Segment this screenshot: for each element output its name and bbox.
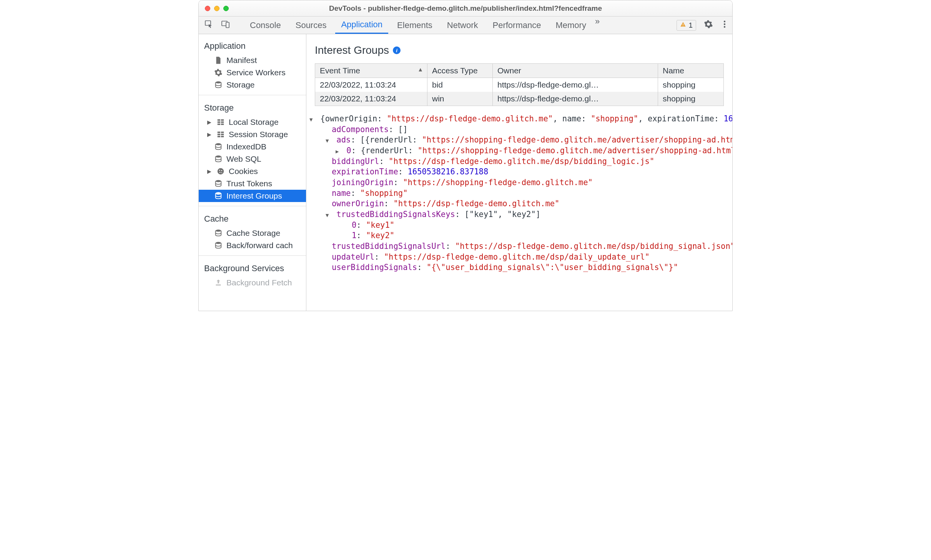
table-row[interactable]: 22/03/2022, 11:03:24 bid https://dsp-fle… (315, 78, 723, 92)
close-window-button[interactable] (205, 6, 210, 11)
svg-rect-14 (221, 124, 224, 125)
svg-rect-2 (226, 22, 229, 28)
maximize-window-button[interactable] (223, 6, 229, 11)
object-inspector[interactable]: ▼ {ownerOrigin: "https://dsp-fledge-demo… (306, 106, 732, 277)
grid-icon (216, 130, 225, 139)
database-icon (214, 192, 223, 200)
property-tbsk-0[interactable]: 0: "key1" (310, 220, 728, 231)
sidebar-section-cache: Cache (199, 210, 306, 227)
sidebar-item-label: Cache Storage (226, 229, 280, 238)
col-event-time[interactable]: Event Time ▲ (315, 64, 427, 78)
sidebar-item-label: Cookies (229, 167, 258, 176)
property-updateurl[interactable]: updateUrl: "https://dsp-fledge-demo.glit… (310, 252, 728, 263)
cell-access-type: bid (427, 78, 493, 92)
tab-sources[interactable]: Sources (290, 17, 332, 34)
sidebar-item-back-forward-cache[interactable]: Back/forward cach (199, 239, 306, 252)
sidebar-item-websql[interactable]: Web SQL (199, 153, 306, 165)
cell-access-type: win (427, 92, 493, 106)
tab-elements[interactable]: Elements (391, 17, 438, 34)
col-owner[interactable]: Owner (493, 64, 658, 78)
sidebar-item-session-storage[interactable]: ▶ Session Storage (199, 128, 306, 141)
inspect-element-icon[interactable] (204, 20, 213, 31)
svg-point-24 (219, 170, 220, 171)
collapse-icon[interactable]: ▼ (326, 212, 332, 219)
property-name[interactable]: name: "shopping" (310, 188, 728, 199)
sidebar-item-service-workers[interactable]: Service Workers (199, 66, 306, 79)
sidebar-item-label: Storage (226, 80, 255, 89)
main-panel: Interest Groups i Event Time ▲ Access Ty… (306, 34, 732, 311)
cell-name: shopping (658, 78, 723, 92)
panel-tabs: Console Sources Application Elements Net… (244, 17, 677, 34)
sidebar-item-label: Interest Groups (226, 191, 282, 200)
svg-rect-18 (221, 134, 224, 135)
cell-event-time: 22/03/2022, 11:03:24 (315, 92, 427, 106)
window-controls (205, 6, 229, 11)
sidebar-item-indexeddb[interactable]: IndexedDB (199, 141, 306, 153)
sidebar-item-interest-groups[interactable]: Interest Groups (199, 190, 306, 202)
sidebar-item-local-storage[interactable]: ▶ Local Storage (199, 116, 306, 128)
svg-rect-17 (218, 134, 220, 135)
tab-memory[interactable]: Memory (550, 17, 592, 34)
warning-count: 1 (688, 21, 693, 30)
property-trustedbiddingsignalsurl[interactable]: trustedBiddingSignalsUrl: "https://dsp-f… (310, 241, 728, 252)
more-tabs-button[interactable]: » (595, 17, 600, 34)
sidebar-item-storage[interactable]: Storage (199, 79, 306, 91)
svg-point-26 (219, 172, 221, 173)
window-title: DevTools - publisher-fledge-demo.glitch.… (199, 4, 732, 13)
cell-event-time: 22/03/2022, 11:03:24 (315, 78, 427, 92)
sidebar-item-label: Trust Tokens (226, 179, 272, 188)
sidebar-item-manifest[interactable]: Manifest (199, 54, 306, 66)
settings-icon[interactable] (704, 20, 713, 31)
svg-point-30 (216, 230, 221, 232)
sidebar-item-label: Local Storage (229, 118, 279, 127)
object-root[interactable]: ▼ {ownerOrigin: "https://dsp-fledge-demo… (310, 114, 728, 124)
help-icon[interactable]: i (393, 46, 401, 54)
warnings-badge[interactable]: 1 (677, 20, 696, 31)
svg-point-25 (221, 170, 222, 171)
expand-icon[interactable]: ▶ (336, 148, 342, 155)
collapse-icon[interactable]: ▼ (326, 137, 332, 144)
grid-icon (216, 118, 225, 126)
warning-icon (680, 21, 686, 30)
collapse-icon[interactable]: ▼ (309, 116, 316, 123)
svg-rect-12 (221, 121, 224, 123)
device-toolbar-icon[interactable] (221, 20, 230, 31)
svg-point-22 (216, 156, 221, 158)
property-expirationtime[interactable]: expirationTime: 1650538216.837188 (310, 167, 728, 177)
devtools-toolbar: Console Sources Application Elements Net… (199, 17, 732, 34)
sidebar-item-trust-tokens[interactable]: Trust Tokens (199, 177, 306, 190)
property-adcomponents[interactable]: adComponents: [] (310, 124, 728, 135)
property-ads[interactable]: ▼ ads: [{renderUrl: "https://shopping-fl… (310, 135, 728, 146)
sidebar-item-label: Back/forward cach (226, 241, 293, 250)
sidebar-item-label: IndexedDB (226, 142, 266, 151)
property-joiningorigin[interactable]: joiningOrigin: "https://shopping-fledge-… (310, 177, 728, 188)
minimize-window-button[interactable] (214, 6, 219, 11)
sidebar-item-label: Web SQL (226, 154, 261, 164)
svg-rect-4 (683, 25, 683, 26)
more-options-icon[interactable] (721, 20, 728, 31)
property-trustedbiddingsignalskeys[interactable]: ▼ trustedBiddingSignalsKeys: ["key1", "k… (310, 209, 728, 220)
svg-rect-11 (218, 121, 220, 123)
tab-application[interactable]: Application (335, 17, 388, 34)
property-tbsk-1[interactable]: 1: "key2" (310, 230, 728, 241)
col-name[interactable]: Name (658, 64, 723, 78)
svg-point-27 (221, 172, 222, 173)
table-row[interactable]: 22/03/2022, 11:03:24 win https://dsp-fle… (315, 92, 723, 106)
property-userbiddingsignals[interactable]: userBiddingSignals: "{\"user_bidding_sig… (310, 262, 728, 273)
property-ownerorigin[interactable]: ownerOrigin: "https://dsp-fledge-demo.gl… (310, 199, 728, 209)
interest-groups-table: Event Time ▲ Access Type Owner Name 22/0… (315, 63, 724, 106)
svg-point-23 (218, 168, 224, 175)
col-access-type[interactable]: Access Type (427, 64, 493, 78)
tab-network[interactable]: Network (441, 17, 484, 34)
sidebar-item-label: Session Storage (229, 130, 288, 139)
file-icon (214, 56, 223, 65)
sidebar-item-background-fetch[interactable]: Background Fetch (199, 277, 306, 289)
database-icon (214, 155, 223, 163)
sort-ascending-icon: ▲ (417, 66, 423, 73)
sidebar-item-cache-storage[interactable]: Cache Storage (199, 227, 306, 239)
property-biddingurl[interactable]: biddingUrl: "https://dsp-fledge-demo.gli… (310, 156, 728, 167)
property-ads-0[interactable]: ▶ 0: {renderUrl: "https://shopping-fledg… (310, 146, 728, 156)
tab-performance[interactable]: Performance (487, 17, 547, 34)
sidebar-item-cookies[interactable]: ▶ Cookies (199, 165, 306, 177)
tab-console[interactable]: Console (244, 17, 287, 34)
